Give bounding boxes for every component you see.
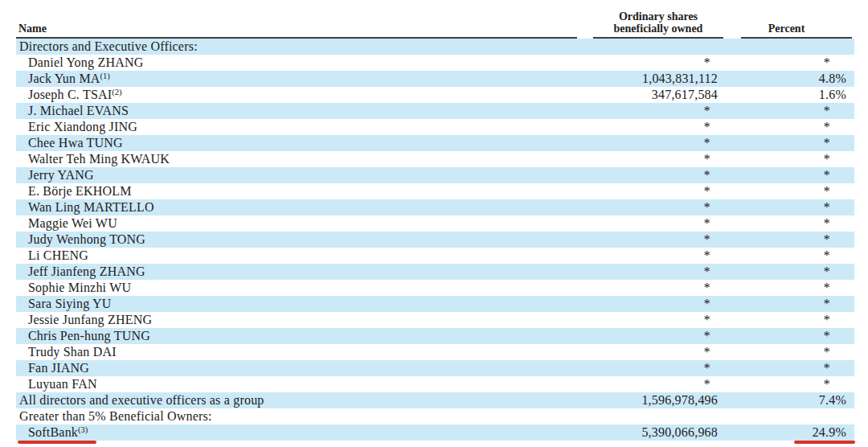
name-cell: Eric Xiandong JING [16,119,521,135]
percent-cell: * [718,183,846,199]
shares-value: * [704,377,718,391]
row-spacer [846,408,854,424]
row-spacer [846,215,854,232]
shares-value: * [704,345,718,359]
shares-value: * [704,329,718,342]
table-row: J. Michael EVANS** [16,103,854,119]
percent-cell: * [718,296,846,312]
percent-value: * [824,55,846,69]
percent-red-underline-annotation [794,441,855,444]
owner-name: Li CHENG [28,248,88,262]
owner-name: Greater than 5% Beneficial Owners: [19,409,212,423]
name-cell: Directors and Executive Officers: [16,39,521,55]
percent-cell [718,39,846,55]
owner-name: Chris Pen-hung TUNG [28,329,150,342]
name-cell: Fan JIANG [16,360,521,376]
row-spacer [846,87,854,103]
percent-value: * [824,184,846,198]
ownership-table: Name Ordinary shares beneficially owned … [16,0,854,441]
percent-value: * [824,152,846,166]
owner-name: Jessie Junfang ZHENG [28,313,152,326]
table-row: Walter Teh Ming KWAUK** [16,151,854,167]
percent-cell: * [718,119,846,135]
table-body: Directors and Executive Officers:Daniel … [16,39,854,441]
owner-name: Trudy Shan DAI [28,345,117,359]
percent-cell: * [718,103,846,119]
shares-value: 5,390,066,968 [641,425,718,439]
shares-cell: * [521,103,718,119]
percent-value: * [824,248,846,262]
name-cell: Jeff Jianfeng ZHANG [16,264,521,280]
owner-name: Jeff Jianfeng ZHANG [28,265,145,278]
row-spacer [846,119,854,135]
shares-value: * [704,152,718,166]
owner-name: Joseph C. TSAI [28,88,112,101]
shares-cell: 5,390,066,968 [521,424,718,441]
percent-value: * [824,329,846,342]
table-row: Joseph C. TSAI(2)347,617,5841.6% [16,87,854,103]
table-row: Eric Xiandong JING** [16,119,854,135]
shares-cell: * [521,360,718,376]
percent-cell: * [718,248,846,264]
shares-cell [521,408,718,424]
percent-value: * [824,297,846,310]
row-spacer [846,392,854,408]
percent-cell: * [718,376,846,392]
percent-cell: * [718,280,846,296]
shares-cell: 1,043,831,112 [521,71,718,87]
shares-value: * [704,168,718,182]
shares-value: * [704,361,718,375]
shares-cell: * [521,183,718,199]
table-row: Sara Siying YU** [16,296,854,312]
table-row: Chee Hwa TUNG** [16,135,854,151]
row-spacer [846,248,854,264]
name-cell: Jack Yun MA(1) [16,71,521,87]
percent-header-label: Percent [768,23,805,35]
percent-value: * [824,120,846,133]
percent-cell: * [718,55,846,71]
percent-cell [718,408,846,424]
row-spacer [846,344,854,360]
percent-cell: * [718,264,846,280]
footnote-reference: (1) [100,72,110,80]
percent-value: * [824,265,846,278]
percent-cell: * [718,199,846,215]
name-cell: Trudy Shan DAI [16,344,521,360]
table-row: Trudy Shan DAI** [16,344,854,360]
owner-name: Luyuan FAN [28,377,97,391]
column-header-percent: Percent [741,0,852,39]
shares-value: * [704,297,718,310]
percent-cell: * [718,312,846,328]
percent-value: * [824,377,846,391]
shares-cell: * [521,215,718,232]
percent-value: 1.6% [819,88,846,101]
shares-cell: * [521,280,718,296]
table-row: Chris Pen-hung TUNG** [16,328,854,344]
shares-value: * [704,136,718,150]
table-row: Daniel Yong ZHANG** [16,55,854,71]
shares-value: * [704,248,718,262]
percent-value: * [824,281,846,294]
percent-cell: * [718,135,846,151]
shares-cell: * [521,328,718,344]
header-gap [852,0,854,39]
percent-cell: * [718,344,846,360]
percent-cell: 7.4% [718,392,846,408]
name-cell: Judy Wenhong TONG [16,232,521,248]
shares-header-line1: Ordinary shares [619,10,698,23]
shares-cell [521,39,718,55]
name-cell: E. Börje EKHOLM [16,183,521,199]
percent-cell: * [718,167,846,183]
beneficial-ownership-table: Name Ordinary shares beneficially owned … [0,0,868,447]
shares-value: * [704,313,718,326]
shares-cell: * [521,55,718,71]
owner-name: Directors and Executive Officers: [19,39,198,53]
percent-value: 24.9% [813,425,846,439]
shares-cell: * [521,376,718,392]
row-spacer [846,376,854,392]
row-spacer [846,264,854,280]
shares-cell: * [521,119,718,135]
shares-value: * [704,120,718,133]
percent-value: 7.4% [819,393,846,407]
table-row: SoftBank(3)5,390,066,96824.9% [16,424,854,441]
